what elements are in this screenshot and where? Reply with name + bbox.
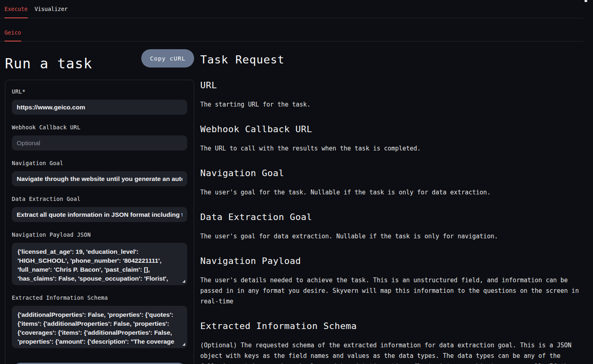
doc-heading: Navigation Payload bbox=[200, 256, 583, 266]
doc-heading: Navigation Goal bbox=[200, 168, 583, 178]
extracted-information-schema-label: Extracted Information Schema bbox=[12, 294, 187, 301]
tab-geico[interactable]: Geico bbox=[4, 29, 21, 41]
navigation-goal-label: Navigation Goal bbox=[12, 160, 187, 166]
navigation-payload-textarea[interactable]: {'licensed_at_age': 19, 'education_level… bbox=[12, 243, 187, 285]
navigation-payload-textarea-wrap: {'licensed_at_age': 19, 'education_level… bbox=[12, 243, 187, 285]
field-navigation-payload-json: Navigation Payload JSON {'licensed_at_ag… bbox=[12, 231, 187, 285]
doc-section-navigation-payload: Navigation Payload The user's details ne… bbox=[200, 256, 583, 307]
doc-body: The URL to call with the results when th… bbox=[200, 143, 583, 154]
data-extraction-goal-input[interactable] bbox=[12, 207, 187, 222]
docs-title: Task Request bbox=[200, 53, 583, 66]
doc-section-data-extraction-goal: Data Extraction Goal The user's goal for… bbox=[200, 212, 583, 242]
doc-body: The user's details needed to achieve the… bbox=[200, 275, 583, 307]
doc-section-webhook-callback-url: Webhook Callback URL The URL to call wit… bbox=[200, 124, 583, 154]
resize-handle-icon[interactable] bbox=[182, 343, 185, 346]
page-title: Run a task bbox=[5, 55, 92, 72]
field-extracted-information-schema: Extracted Information Schema {'additiona… bbox=[12, 294, 187, 348]
sub-tab-bar: Geico bbox=[0, 18, 583, 41]
run-task-panel: Run a task Copy cURL URL* Webhook Callba… bbox=[5, 41, 194, 364]
url-label: URL* bbox=[12, 88, 187, 95]
navigation-goal-input[interactable] bbox=[12, 171, 187, 186]
extracted-schema-textarea[interactable]: {'additionalProperties': False, 'propert… bbox=[12, 306, 187, 348]
field-navigation-goal: Navigation Goal bbox=[12, 160, 187, 186]
doc-body: The starting URL for the task. bbox=[200, 99, 583, 110]
tab-execute[interactable]: Execute bbox=[4, 0, 28, 18]
field-webhook-callback-url: Webhook Callback URL bbox=[12, 124, 187, 150]
doc-body: (Optional) The requested schema of the e… bbox=[200, 340, 583, 364]
webhook-callback-url-label: Webhook Callback URL bbox=[12, 124, 187, 131]
task-form-card: URL* Webhook Callback URL Navigation Goa… bbox=[5, 80, 194, 364]
copy-curl-button[interactable]: Copy cURL bbox=[141, 49, 194, 68]
tab-visualizer[interactable]: Visualizer bbox=[35, 0, 68, 18]
navigation-payload-json-label: Navigation Payload JSON bbox=[12, 231, 187, 238]
doc-heading: Extracted Information Schema bbox=[200, 321, 583, 331]
page-content: Run a task Copy cURL URL* Webhook Callba… bbox=[0, 41, 593, 364]
doc-body: The user's goal for data extraction. Nul… bbox=[200, 231, 583, 242]
scrollbar-thumb[interactable] bbox=[584, 0, 587, 2]
webhook-callback-url-input[interactable] bbox=[12, 135, 187, 150]
doc-section-navigation-goal: Navigation Goal The user's goal for the … bbox=[200, 168, 583, 198]
doc-heading: Data Extraction Goal bbox=[200, 212, 583, 222]
task-request-docs-panel: Task Request URL The starting URL for th… bbox=[200, 41, 583, 364]
doc-section-extracted-information-schema: Extracted Information Schema (Optional) … bbox=[200, 321, 583, 364]
doc-body: The user's goal for the task. Nullable i… bbox=[200, 187, 583, 198]
resize-handle-icon[interactable] bbox=[182, 280, 185, 283]
data-extraction-goal-label: Data Extraction Goal bbox=[12, 196, 187, 202]
doc-heading: URL bbox=[200, 80, 583, 90]
field-url: URL* bbox=[12, 88, 187, 115]
url-input[interactable] bbox=[12, 100, 187, 115]
extracted-schema-textarea-wrap: {'additionalProperties': False, 'propert… bbox=[12, 306, 187, 348]
field-data-extraction-goal: Data Extraction Goal bbox=[12, 196, 187, 222]
doc-section-url: URL The starting URL for the task. bbox=[200, 80, 583, 110]
doc-heading: Webhook Callback URL bbox=[200, 124, 583, 134]
run-task-header: Run a task Copy cURL bbox=[5, 49, 194, 68]
main-tab-bar: Execute Visualizer bbox=[0, 0, 583, 18]
